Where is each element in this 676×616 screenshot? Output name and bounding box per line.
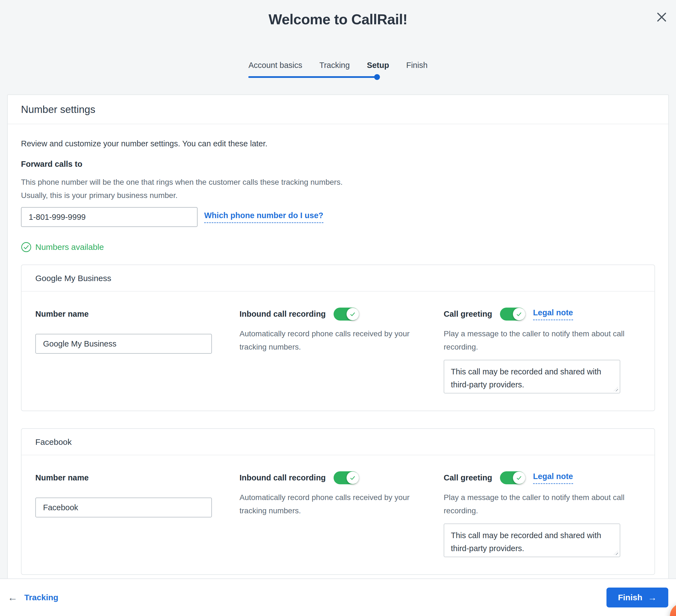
check-icon: [515, 474, 523, 482]
call-greeting-column: Call greeting Legal note Play a messag: [444, 471, 626, 558]
page-title: Welcome to CallRail!: [0, 11, 676, 28]
number-card-title: Facebook: [21, 429, 655, 455]
number-name-input[interactable]: [35, 498, 212, 517]
panel-title: Number settings: [8, 95, 668, 124]
back-link-label: Tracking: [24, 593, 58, 602]
phone-help-link[interactable]: Which phone number do I use?: [204, 211, 323, 223]
call-greeting-description: Play a message to the caller to notify t…: [444, 327, 626, 354]
inbound-recording-description: Automatically record phone calls receive…: [239, 327, 421, 354]
toggle-knob: [513, 308, 525, 320]
toggle-knob: [513, 472, 525, 484]
finish-button[interactable]: Finish →: [607, 587, 668, 607]
number-name-column: Number name: [35, 471, 217, 558]
status-text: Numbers available: [35, 243, 104, 252]
number-card-title: Google My Business: [21, 265, 655, 292]
number-name-label: Number name: [35, 471, 217, 484]
number-name-input[interactable]: [35, 334, 212, 354]
number-settings-panel: Number settings Review and customize you…: [7, 94, 669, 578]
forward-calls-label: Forward calls to: [21, 158, 655, 169]
setup-steps-nav: Account basics Tracking Setup Finish: [248, 60, 428, 78]
numbers-available-status: Numbers available: [21, 242, 655, 252]
back-link-tracking[interactable]: ← Tracking: [8, 593, 58, 603]
arrow-left-icon: ←: [8, 593, 18, 603]
tab-finish[interactable]: Finish: [406, 60, 428, 70]
number-card-body: Number name Inbound call recording: [21, 292, 655, 411]
inbound-recording-column: Inbound call recording Automatically rec…: [239, 471, 421, 558]
toggle-knob: [347, 308, 359, 320]
number-card-google-my-business: Google My Business Number name Inbound c…: [21, 264, 655, 411]
call-greeting-toggle[interactable]: [500, 308, 525, 320]
check-icon: [515, 310, 523, 318]
inbound-recording-column: Inbound call recording Automatically rec…: [239, 308, 421, 395]
inbound-recording-label: Inbound call recording: [239, 471, 326, 484]
forward-calls-description: This phone number will be the one that r…: [21, 175, 355, 202]
chat-widget-bubble[interactable]: [670, 603, 676, 616]
call-greeting-column: Call greeting Legal note Play a messag: [444, 308, 626, 395]
greeting-message-textarea[interactable]: This call may be recorded and shared wit…: [444, 360, 620, 394]
finish-button-label: Finish: [618, 593, 642, 602]
inbound-recording-description: Automatically record phone calls receive…: [239, 491, 421, 517]
inbound-recording-toggle[interactable]: [334, 471, 359, 484]
legal-note-link[interactable]: Legal note: [533, 472, 573, 484]
check-circle-icon: [21, 242, 32, 252]
close-icon[interactable]: [655, 10, 669, 24]
check-icon: [349, 474, 356, 482]
wizard-footer: ← Tracking Finish →: [0, 578, 676, 616]
progress-line: [248, 76, 377, 78]
call-greeting-label: Call greeting: [444, 471, 492, 484]
inbound-recording-label: Inbound call recording: [239, 308, 326, 320]
intro-text: Review and customize your number setting…: [21, 138, 655, 149]
tab-account-basics[interactable]: Account basics: [248, 60, 302, 70]
toggle-knob: [347, 472, 359, 484]
call-greeting-label: Call greeting: [444, 308, 492, 320]
tab-tracking[interactable]: Tracking: [320, 60, 350, 70]
call-greeting-toggle[interactable]: [500, 471, 525, 484]
greeting-message-textarea[interactable]: This call may be recorded and shared wit…: [444, 523, 620, 557]
panel-body: Review and customize your number setting…: [8, 124, 668, 575]
number-name-label: Number name: [35, 308, 217, 320]
number-card-body: Number name Inbound call recording: [21, 455, 655, 574]
call-greeting-description: Play a message to the caller to notify t…: [444, 491, 626, 517]
forward-number-row: Which phone number do I use?: [21, 207, 655, 227]
onboarding-modal: Welcome to CallRail! Account basics Trac…: [0, 0, 676, 616]
legal-note-link[interactable]: Legal note: [533, 308, 573, 320]
wizard-header: Welcome to CallRail! Account basics Trac…: [0, 0, 676, 78]
number-name-column: Number name: [35, 308, 217, 395]
forward-number-input[interactable]: [21, 207, 198, 227]
tab-setup[interactable]: Setup: [367, 60, 389, 70]
check-icon: [349, 310, 356, 318]
inbound-recording-toggle[interactable]: [334, 308, 359, 320]
close-x-glyph: [656, 11, 667, 23]
arrow-right-icon: →: [648, 593, 657, 602]
number-card-facebook: Facebook Number name Inbound call record…: [21, 428, 655, 575]
